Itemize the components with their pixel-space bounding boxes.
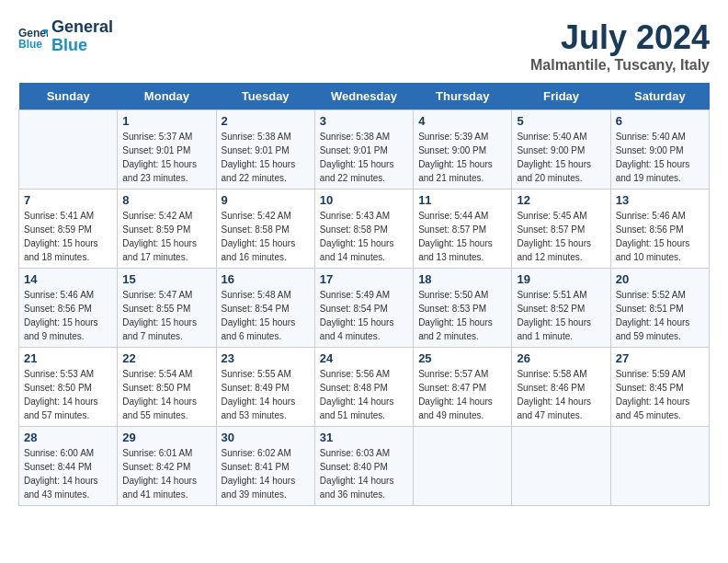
calendar-cell: 23Sunrise: 5:55 AM Sunset: 8:49 PM Dayli… — [216, 348, 314, 427]
day-number: 25 — [418, 351, 506, 365]
day-number: 29 — [122, 431, 210, 444]
day-number: 14 — [24, 272, 112, 286]
day-info: Sunrise: 5:51 AM Sunset: 8:52 PM Dayligh… — [517, 288, 605, 343]
title-block: July 2024 Malmantile, Tuscany, Italy — [530, 18, 710, 74]
logo-icon: General Blue — [18, 22, 48, 52]
day-number: 30 — [222, 431, 310, 444]
day-info: Sunrise: 5:58 AM Sunset: 8:46 PM Dayligh… — [517, 367, 605, 422]
header-day-wednesday: Wednesday — [314, 83, 413, 110]
day-info: Sunrise: 5:45 AM Sunset: 8:57 PM Dayligh… — [517, 209, 605, 264]
calendar-cell: 8Sunrise: 5:42 AM Sunset: 8:59 PM Daylig… — [118, 190, 216, 269]
calendar-week-row: 7Sunrise: 5:41 AM Sunset: 8:59 PM Daylig… — [19, 190, 710, 269]
calendar-cell — [414, 427, 512, 506]
day-info: Sunrise: 6:00 AM Sunset: 8:44 PM Dayligh… — [24, 446, 112, 501]
calendar-cell: 1Sunrise: 5:37 AM Sunset: 9:01 PM Daylig… — [118, 110, 216, 190]
day-number: 16 — [222, 272, 310, 286]
day-number: 11 — [418, 193, 506, 207]
calendar-cell: 3Sunrise: 5:38 AM Sunset: 9:01 PM Daylig… — [314, 110, 413, 190]
calendar-cell: 12Sunrise: 5:45 AM Sunset: 8:57 PM Dayli… — [512, 190, 610, 269]
header-day-monday: Monday — [118, 83, 216, 110]
calendar-cell: 19Sunrise: 5:51 AM Sunset: 8:52 PM Dayli… — [512, 269, 610, 348]
day-number: 4 — [418, 114, 506, 128]
day-number: 6 — [616, 114, 704, 128]
calendar-cell: 6Sunrise: 5:40 AM Sunset: 9:00 PM Daylig… — [610, 110, 709, 190]
header-day-tuesday: Tuesday — [216, 83, 314, 110]
month-title: July 2024 — [530, 18, 710, 57]
day-number: 19 — [517, 272, 605, 286]
day-number: 8 — [122, 193, 210, 207]
day-number: 28 — [24, 431, 112, 444]
day-info: Sunrise: 6:02 AM Sunset: 8:41 PM Dayligh… — [222, 446, 310, 501]
calendar-cell: 28Sunrise: 6:00 AM Sunset: 8:44 PM Dayli… — [19, 427, 118, 506]
header-day-sunday: Sunday — [19, 83, 118, 110]
day-info: Sunrise: 5:53 AM Sunset: 8:50 PM Dayligh… — [24, 367, 112, 422]
day-number: 26 — [517, 351, 605, 365]
day-info: Sunrise: 5:48 AM Sunset: 8:54 PM Dayligh… — [222, 288, 310, 343]
day-number: 31 — [320, 431, 408, 444]
day-number: 9 — [222, 193, 310, 207]
day-info: Sunrise: 5:42 AM Sunset: 8:58 PM Dayligh… — [222, 209, 310, 264]
calendar-cell: 7Sunrise: 5:41 AM Sunset: 8:59 PM Daylig… — [19, 190, 118, 269]
day-info: Sunrise: 5:43 AM Sunset: 8:58 PM Dayligh… — [320, 209, 408, 264]
location: Malmantile, Tuscany, Italy — [530, 57, 710, 74]
day-number: 23 — [222, 351, 310, 365]
day-info: Sunrise: 6:01 AM Sunset: 8:42 PM Dayligh… — [122, 446, 210, 501]
day-number: 2 — [222, 114, 310, 128]
header-day-saturday: Saturday — [610, 83, 709, 110]
calendar-cell: 30Sunrise: 6:02 AM Sunset: 8:41 PM Dayli… — [216, 427, 314, 506]
day-number: 22 — [122, 351, 210, 365]
calendar-cell: 17Sunrise: 5:49 AM Sunset: 8:54 PM Dayli… — [314, 269, 413, 348]
day-number: 3 — [320, 114, 408, 128]
calendar-week-row: 28Sunrise: 6:00 AM Sunset: 8:44 PM Dayli… — [19, 427, 710, 506]
day-info: Sunrise: 5:59 AM Sunset: 8:45 PM Dayligh… — [616, 367, 704, 422]
calendar-cell: 29Sunrise: 6:01 AM Sunset: 8:42 PM Dayli… — [118, 427, 216, 506]
calendar-cell — [610, 427, 709, 506]
day-number: 5 — [517, 114, 605, 128]
day-info: Sunrise: 5:46 AM Sunset: 8:56 PM Dayligh… — [616, 209, 704, 264]
calendar-cell: 10Sunrise: 5:43 AM Sunset: 8:58 PM Dayli… — [314, 190, 413, 269]
day-info: Sunrise: 5:40 AM Sunset: 9:00 PM Dayligh… — [517, 130, 605, 185]
day-info: Sunrise: 5:39 AM Sunset: 9:00 PM Dayligh… — [418, 130, 506, 185]
day-number: 7 — [24, 193, 112, 207]
day-number: 21 — [24, 351, 112, 365]
calendar-cell: 25Sunrise: 5:57 AM Sunset: 8:47 PM Dayli… — [414, 348, 512, 427]
day-number: 18 — [418, 272, 506, 286]
day-number: 12 — [517, 193, 605, 207]
calendar-cell: 11Sunrise: 5:44 AM Sunset: 8:57 PM Dayli… — [414, 190, 512, 269]
day-info: Sunrise: 5:52 AM Sunset: 8:51 PM Dayligh… — [616, 288, 704, 343]
day-info: Sunrise: 5:54 AM Sunset: 8:50 PM Dayligh… — [122, 367, 210, 422]
calendar-cell: 24Sunrise: 5:56 AM Sunset: 8:48 PM Dayli… — [314, 348, 413, 427]
calendar-week-row: 14Sunrise: 5:46 AM Sunset: 8:56 PM Dayli… — [19, 269, 710, 348]
day-info: Sunrise: 5:47 AM Sunset: 8:55 PM Dayligh… — [122, 288, 210, 343]
calendar-cell: 15Sunrise: 5:47 AM Sunset: 8:55 PM Dayli… — [118, 269, 216, 348]
day-info: Sunrise: 5:50 AM Sunset: 8:53 PM Dayligh… — [418, 288, 506, 343]
calendar-cell: 2Sunrise: 5:38 AM Sunset: 9:01 PM Daylig… — [216, 110, 314, 190]
calendar-cell: 14Sunrise: 5:46 AM Sunset: 8:56 PM Dayli… — [19, 269, 118, 348]
day-number: 20 — [616, 272, 704, 286]
calendar-cell: 13Sunrise: 5:46 AM Sunset: 8:56 PM Dayli… — [610, 190, 709, 269]
day-info: Sunrise: 5:56 AM Sunset: 8:48 PM Dayligh… — [320, 367, 408, 422]
page-header: General Blue GeneralBlue July 2024 Malma… — [18, 18, 710, 74]
calendar-cell: 26Sunrise: 5:58 AM Sunset: 8:46 PM Dayli… — [512, 348, 610, 427]
day-info: Sunrise: 5:40 AM Sunset: 9:00 PM Dayligh… — [616, 130, 704, 185]
calendar-cell — [512, 427, 610, 506]
day-info: Sunrise: 5:46 AM Sunset: 8:56 PM Dayligh… — [24, 288, 112, 343]
day-info: Sunrise: 5:38 AM Sunset: 9:01 PM Dayligh… — [320, 130, 408, 185]
calendar-cell: 31Sunrise: 6:03 AM Sunset: 8:40 PM Dayli… — [314, 427, 413, 506]
day-info: Sunrise: 5:49 AM Sunset: 8:54 PM Dayligh… — [320, 288, 408, 343]
calendar-cell: 20Sunrise: 5:52 AM Sunset: 8:51 PM Dayli… — [610, 269, 709, 348]
day-number: 15 — [122, 272, 210, 286]
day-info: Sunrise: 5:57 AM Sunset: 8:47 PM Dayligh… — [418, 367, 506, 422]
day-info: Sunrise: 5:37 AM Sunset: 9:01 PM Dayligh… — [122, 130, 210, 185]
day-number: 24 — [320, 351, 408, 365]
day-info: Sunrise: 5:42 AM Sunset: 8:59 PM Dayligh… — [122, 209, 210, 264]
day-number: 27 — [616, 351, 704, 365]
day-info: Sunrise: 5:55 AM Sunset: 8:49 PM Dayligh… — [222, 367, 310, 422]
logo: General Blue GeneralBlue — [18, 18, 113, 55]
calendar-cell: 16Sunrise: 5:48 AM Sunset: 8:54 PM Dayli… — [216, 269, 314, 348]
calendar-cell: 21Sunrise: 5:53 AM Sunset: 8:50 PM Dayli… — [19, 348, 118, 427]
header-day-friday: Friday — [512, 83, 610, 110]
day-number: 1 — [122, 114, 210, 128]
header-day-thursday: Thursday — [414, 83, 512, 110]
day-info: Sunrise: 5:41 AM Sunset: 8:59 PM Dayligh… — [24, 209, 112, 264]
